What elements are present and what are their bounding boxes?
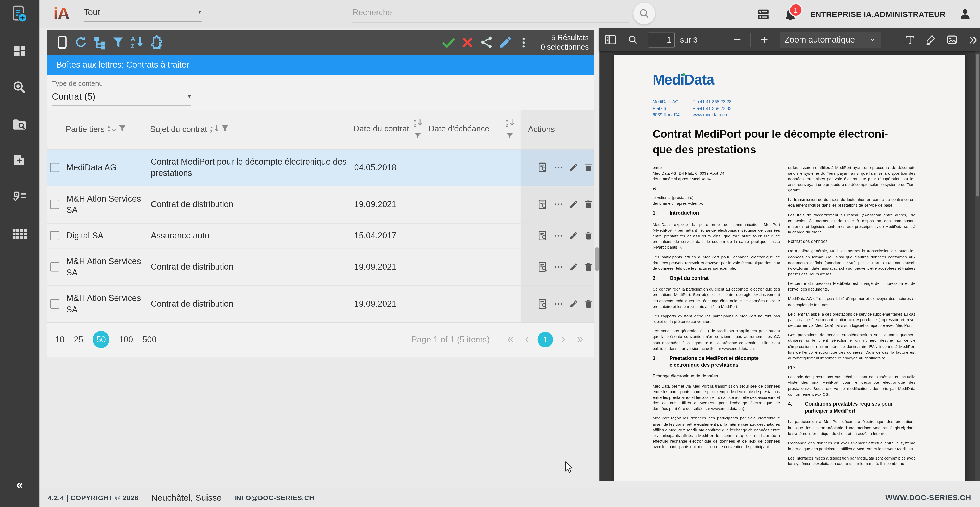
next-page-button[interactable]: ›: [559, 333, 569, 346]
page-size-option[interactable]: 100: [119, 335, 133, 344]
hierarchy-view-icon[interactable]: [90, 33, 109, 51]
current-user-label[interactable]: ENTREPRISE IA,ADMINISTRATEUR: [810, 10, 946, 19]
more-options-icon[interactable]: [514, 33, 533, 51]
current-page-button[interactable]: 1: [537, 332, 553, 347]
row-checkbox[interactable]: [50, 200, 59, 209]
column-filter-icon[interactable]: [118, 125, 126, 133]
column-filter-icon[interactable]: [506, 132, 514, 140]
first-page-button[interactable]: «: [504, 333, 517, 346]
pdf-view-area[interactable]: MediData MediData AG Platz 6 6039 Root D…: [599, 51, 980, 481]
scope-dropdown[interactable]: Tout ▾: [83, 6, 201, 22]
row-checkbox[interactable]: [50, 262, 59, 272]
zoom-out-icon[interactable]: [730, 32, 745, 48]
table-row[interactable]: Digital SA Assurance auto 15.04.2017: [47, 223, 594, 249]
search-button[interactable]: [633, 3, 655, 24]
cell-date-echeance: [429, 149, 521, 185]
user-avatar-icon[interactable]: [959, 8, 972, 21]
row-checkbox[interactable]: [50, 163, 59, 172]
column-filter-icon[interactable]: [221, 125, 229, 133]
pdf-search-icon[interactable]: [625, 32, 640, 48]
pdf-scrollbar-thumb[interactable]: [976, 54, 979, 196]
sender-address-block: MediData AG Platz 6 6039 Root D4 T. +41 …: [652, 99, 915, 119]
row-edit-icon[interactable]: [569, 262, 578, 272]
panel-scrollbar-thumb[interactable]: [595, 247, 598, 271]
footer-email[interactable]: INFO@DOC-SERIES.CH: [234, 494, 314, 502]
preview-document-icon[interactable]: [538, 299, 548, 309]
row-more-icon[interactable]: [554, 200, 563, 209]
sort-az-icon[interactable]: AZ: [108, 125, 116, 134]
validate-icon[interactable]: [439, 33, 458, 51]
sort-az-icon[interactable]: AZ: [414, 118, 422, 127]
table-row[interactable]: M&H Atlon Services SA Contrat de distrib…: [47, 249, 594, 286]
sort-icon[interactable]: A Z: [128, 33, 146, 51]
page-size-option[interactable]: 500: [142, 335, 156, 344]
prev-page-button[interactable]: ‹: [522, 333, 532, 346]
collapse-sidebar-button[interactable]: «: [0, 478, 39, 492]
dashboard-icon[interactable]: [0, 44, 39, 58]
row-edit-icon[interactable]: [569, 200, 578, 209]
preview-document-icon[interactable]: [538, 261, 548, 272]
row-edit-icon[interactable]: [569, 299, 578, 309]
folder-search-icon[interactable]: [0, 117, 39, 133]
last-page-button[interactable]: »: [574, 333, 586, 346]
zoom-level-dropdown[interactable]: Zoom automatique: [780, 32, 881, 48]
sort-az-icon[interactable]: AZ: [506, 118, 514, 127]
edit-pencil-icon[interactable]: [496, 33, 514, 51]
reject-icon[interactable]: [458, 33, 477, 51]
preview-document-icon[interactable]: [538, 230, 548, 241]
row-more-icon[interactable]: [554, 163, 563, 172]
tasks-checklist-icon[interactable]: [0, 190, 39, 205]
apps-grid-icon[interactable]: [0, 226, 39, 242]
image-tool-icon[interactable]: [944, 32, 959, 48]
footer-website[interactable]: WWW.DOC-SERIES.CH: [885, 493, 971, 502]
row-more-icon[interactable]: [554, 299, 563, 309]
refresh-icon[interactable]: [72, 33, 90, 51]
row-more-icon[interactable]: [554, 262, 563, 272]
row-delete-icon[interactable]: [584, 163, 593, 172]
column-label: Actions: [528, 124, 555, 134]
table-row[interactable]: M&H Atlon Services SA Contrat de distrib…: [47, 186, 594, 223]
pdf-toolbar: sur 3 Zoom automatique: [599, 28, 980, 51]
more-tools-icon[interactable]: [966, 32, 980, 48]
search-input[interactable]: [352, 8, 628, 23]
content-type-label: Type de contenu: [52, 79, 594, 87]
row-edit-icon[interactable]: [569, 163, 578, 172]
preview-document-icon[interactable]: [538, 162, 548, 173]
filter-icon[interactable]: [109, 33, 128, 51]
preview-document-icon[interactable]: [538, 199, 548, 210]
sort-az-icon[interactable]: AZ: [210, 125, 219, 134]
row-delete-icon[interactable]: [584, 200, 593, 209]
share-icon[interactable]: [477, 33, 496, 51]
toggle-sidebar-icon[interactable]: [603, 32, 618, 48]
row-edit-icon[interactable]: [569, 231, 578, 241]
panel-layout-icon[interactable]: [756, 7, 770, 21]
page-size-option-active[interactable]: 50: [92, 331, 110, 348]
search-plus-icon[interactable]: [0, 80, 39, 95]
row-delete-icon[interactable]: [584, 231, 593, 241]
page-size-option[interactable]: 10: [55, 335, 64, 344]
row-checkbox[interactable]: [50, 299, 59, 309]
page-number-input[interactable]: [648, 32, 675, 48]
footer: 4.2.4 | COPYRIGHT © 2026 Neuchâtel, Suis…: [39, 488, 980, 507]
table-row[interactable]: MediData AG Contrat MediPort pour le déc…: [47, 149, 594, 186]
row-actions: [521, 286, 594, 322]
cell-sujet: Assurance auto: [150, 223, 353, 248]
draw-tool-icon[interactable]: [923, 32, 938, 48]
plugin-edit-icon[interactable]: [146, 33, 165, 51]
text-tool-icon[interactable]: [902, 32, 917, 48]
app-logo-icon[interactable]: [0, 5, 39, 24]
row-delete-icon[interactable]: [584, 299, 593, 309]
row-checkbox[interactable]: [50, 231, 59, 241]
table-row[interactable]: M&H Atlon Services SA Contrat de distrib…: [47, 286, 594, 323]
page-size-option[interactable]: 25: [74, 335, 83, 344]
column-filter-icon[interactable]: [414, 132, 422, 140]
doc-paragraph: Les frais de raccordement au réseau (Swi…: [788, 212, 915, 235]
zoom-in-icon[interactable]: [757, 32, 771, 48]
file-add-icon[interactable]: [0, 153, 39, 167]
row-more-icon[interactable]: [554, 231, 563, 241]
content-type-dropdown[interactable]: Contrat (5) ▾: [52, 86, 191, 105]
notifications-button[interactable]: 1: [783, 7, 797, 21]
select-all-button[interactable]: [52, 33, 72, 51]
row-delete-icon[interactable]: [584, 262, 593, 272]
pdf-scrollbar[interactable]: [975, 51, 980, 481]
